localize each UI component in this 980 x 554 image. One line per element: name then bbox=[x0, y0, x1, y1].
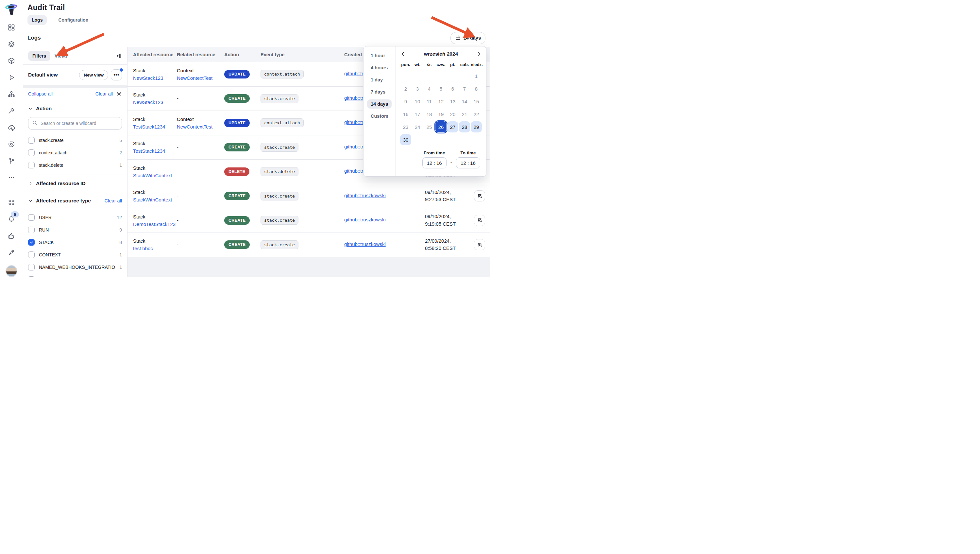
related-resource-link[interactable]: NewContextTest bbox=[177, 74, 224, 82]
checkbox[interactable] bbox=[28, 227, 35, 233]
to-time-input[interactable]: 12 : 16 bbox=[456, 157, 480, 169]
calendar-day[interactable]: 22 bbox=[471, 108, 482, 120]
affected-resource-link[interactable]: NewStack123 bbox=[133, 99, 177, 106]
resource-type-filter-item-named-webhooks-integration[interactable]: NAMED_WEBHOOKS_INTEGRATION1 bbox=[28, 261, 122, 274]
affected-resource-link[interactable]: TestStack1234 bbox=[133, 123, 177, 131]
apps-icon[interactable] bbox=[8, 199, 15, 206]
calendar-day-in-range[interactable]: 30 bbox=[400, 134, 411, 145]
calendar-day[interactable]: 12 bbox=[436, 96, 447, 107]
cloud-integrations-icon[interactable] bbox=[8, 124, 15, 132]
spacelift-logo-icon[interactable] bbox=[5, 3, 18, 16]
checkbox[interactable] bbox=[28, 162, 35, 169]
view-log-details-button[interactable] bbox=[474, 239, 485, 250]
date-range-button[interactable]: 14 days bbox=[450, 32, 485, 44]
created-by-link[interactable]: github::truszkowski bbox=[344, 241, 386, 247]
checkbox-checked[interactable] bbox=[28, 239, 35, 245]
feedback-thumbs-up-icon[interactable] bbox=[8, 232, 15, 240]
resource-type-filter-item-run[interactable]: RUN9 bbox=[28, 224, 122, 236]
created-by-link[interactable]: github::truszkowski bbox=[344, 217, 386, 222]
calendar-day[interactable]: 4 bbox=[424, 83, 435, 94]
calendar-day[interactable]: 3 bbox=[412, 83, 423, 94]
from-time-input[interactable]: 12 : 16 bbox=[422, 157, 447, 169]
calendar-day[interactable]: 21 bbox=[459, 108, 470, 120]
resources-icon[interactable] bbox=[8, 90, 15, 98]
range-preset-1-day[interactable]: 1 day bbox=[367, 75, 387, 84]
notifications-bell-icon[interactable]: 6 bbox=[8, 215, 15, 223]
calendar-day[interactable]: 17 bbox=[412, 108, 423, 120]
calendar-day[interactable]: 14 bbox=[459, 96, 470, 107]
range-preset-custom[interactable]: Custom bbox=[367, 111, 392, 121]
chevron-down-icon[interactable] bbox=[28, 106, 33, 111]
launchpad-rocket-icon[interactable] bbox=[8, 248, 15, 256]
blueprints-icon[interactable] bbox=[8, 57, 15, 65]
affected-resource-link[interactable]: TestStack1234 bbox=[133, 147, 177, 155]
related-resource-link[interactable]: NewContextTest bbox=[177, 123, 224, 131]
calendar-day[interactable]: 6 bbox=[447, 83, 458, 94]
tab-views[interactable]: Views bbox=[50, 51, 72, 61]
action-search-input[interactable] bbox=[40, 120, 118, 126]
affected-resource-link[interactable]: DemoTestStack123 bbox=[133, 220, 177, 228]
checkbox[interactable] bbox=[28, 214, 35, 221]
calendar-day[interactable]: 10 bbox=[412, 96, 423, 107]
calendar-day[interactable]: 20 bbox=[447, 108, 458, 120]
resource-type-filter-item-stack[interactable]: STACK8 bbox=[28, 236, 122, 248]
more-icon[interactable] bbox=[8, 174, 15, 181]
tab-configuration[interactable]: Configuration bbox=[54, 15, 92, 25]
calendar-day[interactable]: 23 bbox=[400, 121, 411, 132]
calendar-day-in-range[interactable]: 29 bbox=[471, 121, 482, 132]
checkbox[interactable] bbox=[28, 276, 35, 277]
runs-icon[interactable] bbox=[8, 73, 15, 81]
range-preset-1-hour[interactable]: 1 hour bbox=[367, 51, 389, 60]
view-more-button[interactable]: ••• bbox=[111, 69, 122, 80]
calendar-day-in-range[interactable]: 27 bbox=[447, 121, 458, 132]
worker-pools-icon[interactable] bbox=[8, 107, 15, 115]
chevron-down-icon[interactable] bbox=[28, 199, 33, 203]
resource-type-filter-item-terraform-provider[interactable]: TERRAFORM_PROVIDER1 bbox=[28, 274, 122, 277]
clear-all-types-link[interactable]: Clear all bbox=[105, 198, 122, 204]
range-preset-14-days[interactable]: 14 days bbox=[367, 99, 391, 108]
calendar-day[interactable]: 11 bbox=[424, 96, 435, 107]
action-filter-item-stack-delete[interactable]: stack.delete1 bbox=[28, 159, 122, 171]
view-log-details-button[interactable] bbox=[474, 215, 485, 226]
action-filter-item-stack-create[interactable]: stack.create5 bbox=[28, 134, 122, 146]
action-filter-item-context-attach[interactable]: context.attach2 bbox=[28, 146, 122, 159]
tab-logs[interactable]: Logs bbox=[27, 15, 47, 25]
policies-icon[interactable] bbox=[8, 140, 15, 148]
range-preset-7-days[interactable]: 7 days bbox=[367, 87, 389, 97]
stacks-icon[interactable] bbox=[8, 40, 15, 48]
calendar-day-selected[interactable]: 26 bbox=[436, 121, 447, 132]
checkbox[interactable] bbox=[28, 137, 35, 143]
prev-month-icon[interactable] bbox=[401, 51, 406, 57]
next-month-icon[interactable] bbox=[476, 51, 482, 57]
calendar-day[interactable]: 25 bbox=[424, 121, 435, 132]
checkbox[interactable] bbox=[28, 150, 35, 156]
calendar-day[interactable]: 9 bbox=[400, 96, 411, 107]
calendar-day[interactable]: 1 bbox=[471, 70, 482, 81]
resource-type-filter-item-user[interactable]: USER12 bbox=[28, 211, 122, 224]
affected-resource-link[interactable]: StackWithContext bbox=[133, 196, 177, 204]
calendar-day[interactable]: 19 bbox=[436, 108, 447, 120]
resource-type-filter-item-context[interactable]: CONTEXT1 bbox=[28, 248, 122, 261]
tab-filters[interactable]: Filters bbox=[28, 51, 50, 61]
chevron-right-icon[interactable] bbox=[28, 181, 33, 186]
calendar-day[interactable]: 5 bbox=[436, 83, 447, 94]
view-log-details-button[interactable] bbox=[474, 190, 485, 201]
collapse-all-link[interactable]: Collapse all bbox=[28, 91, 52, 97]
calendar-day[interactable]: 13 bbox=[447, 96, 458, 107]
dashboard-icon[interactable] bbox=[8, 24, 15, 32]
affected-resource-link[interactable]: test bbdc bbox=[133, 245, 177, 252]
calendar-day[interactable]: 8 bbox=[471, 83, 482, 94]
calendar-day[interactable]: 16 bbox=[400, 108, 411, 120]
calendar-day[interactable]: 24 bbox=[412, 121, 423, 132]
calendar-day[interactable]: 2 bbox=[400, 83, 411, 94]
filter-settings-gear-icon[interactable] bbox=[116, 91, 122, 97]
calendar-day-in-range[interactable]: 28 bbox=[459, 121, 470, 132]
affected-resource-link[interactable]: NewStack123 bbox=[133, 74, 177, 82]
clear-all-link[interactable]: Clear all bbox=[95, 91, 113, 97]
range-preset-4-hours[interactable]: 4 hours bbox=[367, 63, 391, 72]
source-control-icon[interactable] bbox=[8, 157, 15, 165]
calendar-day[interactable]: 7 bbox=[459, 83, 470, 94]
new-view-button[interactable]: New view bbox=[79, 70, 108, 80]
calendar-day[interactable]: 15 bbox=[471, 96, 482, 107]
collapse-panel-icon[interactable] bbox=[115, 53, 122, 59]
